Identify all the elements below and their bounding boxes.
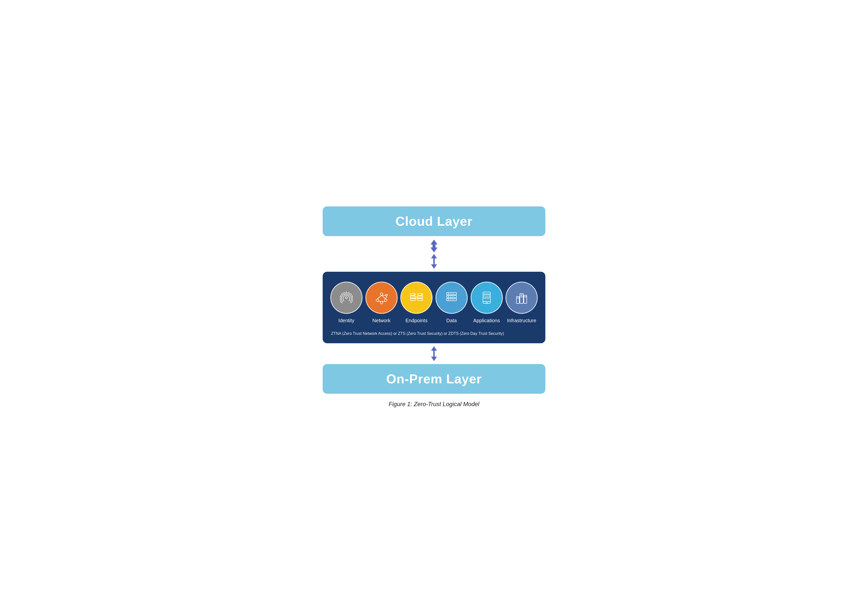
cloud-layer: Cloud Layer (322, 206, 546, 236)
network-item: Network (365, 282, 398, 324)
middle-layer: Identity (322, 272, 546, 343)
network-icon (373, 289, 390, 306)
endpoints-item: Endpoints (400, 282, 433, 324)
arrow-top (429, 236, 439, 272)
double-arrow-top (429, 253, 439, 269)
identity-item: Identity (330, 282, 363, 324)
svg-text:APP: APP (485, 296, 489, 298)
onprem-layer-title: On-Prem Layer (386, 372, 482, 386)
svg-rect-3 (433, 258, 435, 265)
svg-point-15 (384, 299, 387, 301)
ztna-text: ZTNA (Zero Trust Network Access) or ZTS … (330, 329, 538, 336)
svg-point-35 (414, 294, 415, 295)
endpoints-label: Endpoints (406, 318, 428, 324)
svg-rect-61 (525, 296, 525, 297)
data-label: Data (446, 318, 457, 324)
arrow-top-svg (429, 239, 439, 253)
svg-rect-56 (522, 295, 522, 296)
applications-label: Applications (473, 318, 500, 324)
svg-point-13 (380, 293, 383, 295)
svg-rect-27 (410, 298, 415, 301)
applications-circle: APP (471, 282, 503, 314)
svg-point-16 (380, 301, 383, 304)
data-icon (443, 289, 460, 306)
endpoints-circle (400, 282, 432, 314)
figure-caption: Figure 1: Zero-Trust Logical Model (389, 401, 479, 408)
svg-point-41 (448, 296, 449, 297)
svg-rect-57 (521, 296, 521, 297)
diagram-container: Cloud Layer (322, 206, 546, 408)
identity-label: Identity (338, 318, 354, 324)
identity-circle (330, 282, 363, 314)
svg-line-19 (381, 295, 386, 299)
svg-line-7 (349, 292, 349, 293)
svg-rect-26 (410, 296, 415, 298)
endpoints-icon (408, 289, 425, 306)
infrastructure-label: Infrastructure (507, 318, 536, 324)
icons-row: Identity (330, 282, 538, 324)
network-circle (366, 282, 398, 314)
svg-line-23 (386, 296, 386, 299)
svg-rect-55 (521, 295, 521, 296)
svg-rect-62 (526, 296, 527, 297)
svg-rect-29 (418, 296, 423, 298)
svg-rect-64 (433, 350, 435, 357)
svg-rect-59 (517, 298, 518, 298)
svg-point-36 (421, 294, 422, 295)
svg-marker-4 (431, 264, 437, 269)
svg-rect-58 (522, 296, 522, 297)
svg-point-5 (346, 297, 347, 299)
infrastructure-item: Infrastructure (505, 282, 538, 324)
arrow-bottom (429, 343, 439, 364)
svg-rect-52 (520, 293, 523, 304)
infrastructure-circle (505, 282, 538, 314)
double-arrow-bottom (429, 346, 439, 361)
svg-marker-1 (431, 245, 437, 253)
svg-point-14 (376, 299, 378, 301)
cloud-layer-title: Cloud Layer (395, 214, 473, 228)
data-item: Data (435, 282, 468, 324)
onprem-layer: On-Prem Layer (322, 364, 546, 394)
svg-rect-30 (418, 298, 423, 301)
applications-icon: APP (478, 289, 495, 306)
svg-marker-2 (431, 254, 437, 258)
svg-rect-60 (518, 298, 519, 298)
svg-marker-63 (431, 346, 437, 351)
applications-item: APP Applications (470, 282, 503, 324)
network-label: Network (372, 318, 391, 324)
svg-point-42 (448, 299, 449, 300)
svg-point-40 (448, 293, 449, 294)
data-circle (436, 282, 468, 314)
infrastructure-icon (513, 289, 530, 306)
svg-marker-65 (431, 357, 437, 361)
fingerprint-icon (338, 289, 355, 306)
svg-line-24 (377, 295, 381, 299)
svg-line-10 (344, 292, 344, 293)
